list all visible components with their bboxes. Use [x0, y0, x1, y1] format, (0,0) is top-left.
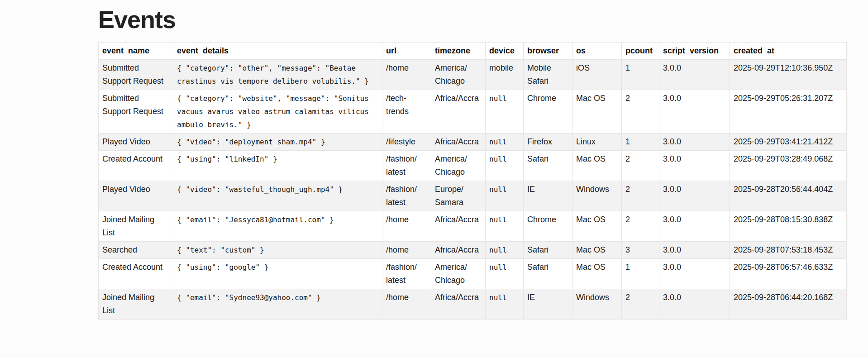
- cell-script_version: 3.0.0: [659, 60, 730, 90]
- cell-script_version: 3.0.0: [659, 259, 730, 289]
- cell-device: null: [486, 181, 524, 211]
- cell-event_details: { "video": "wasteful_though_ugh.mp4" }: [173, 181, 382, 211]
- cell-event_details: { "category": "other", "message": "Beata…: [173, 60, 382, 90]
- cell-browser: Safari: [524, 151, 572, 181]
- cell-event_name: Searched: [99, 242, 173, 259]
- cell-script_version: 3.0.0: [659, 181, 730, 211]
- events-table-body: Submitted Support Request{ "category": "…: [99, 60, 847, 320]
- cell-os: Mac OS: [572, 242, 622, 259]
- cell-url: /​tech-trends: [382, 90, 431, 134]
- cell-url: /​lifestyle: [382, 134, 431, 151]
- cell-pcount: 1: [622, 259, 659, 289]
- cell-timezone: America/​Chicago: [431, 60, 486, 90]
- cell-event_details: { "text": "custom" }: [173, 242, 382, 259]
- cell-device: null: [486, 242, 524, 259]
- cell-url: /​home: [382, 211, 431, 242]
- page-title: Events: [98, 6, 868, 33]
- cell-timezone: Africa/​Accra: [431, 134, 486, 151]
- cell-os: iOS: [572, 60, 622, 90]
- cell-script_version: 3.0.0: [659, 211, 730, 242]
- cell-device: mobile: [486, 60, 524, 90]
- cell-browser: Firefox: [524, 134, 572, 151]
- column-header-pcount: pcount: [622, 43, 659, 60]
- column-header-event_name: event_name: [99, 43, 173, 60]
- cell-url: /​home: [382, 60, 431, 90]
- cell-created_at: 2025-09-28T06:44:20.168Z: [730, 289, 847, 320]
- cell-event_name: Submitted Support Request: [99, 60, 173, 90]
- cell-timezone: America/​Chicago: [431, 259, 486, 289]
- cell-created_at: 2025-09-28T20:56:44.404Z: [730, 181, 847, 211]
- cell-timezone: Africa/​Accra: [431, 289, 486, 320]
- cell-created_at: 2025-09-29T03:28:49.068Z: [730, 151, 847, 181]
- cell-pcount: 2: [622, 211, 659, 242]
- cell-event_name: Created Account: [99, 259, 173, 289]
- cell-timezone: Africa/​Accra: [431, 211, 486, 242]
- column-header-event_details: event_details: [173, 43, 382, 60]
- cell-timezone: America/​Chicago: [431, 151, 486, 181]
- cell-created_at: 2025-09-28T07:53:18.453Z: [730, 242, 847, 259]
- cell-script_version: 3.0.0: [659, 242, 730, 259]
- cell-url: /​fashion/​latest: [382, 181, 431, 211]
- cell-pcount: 2: [622, 90, 659, 134]
- cell-created_at: 2025-09-28T08:15:30.838Z: [730, 211, 847, 242]
- cell-event_details: { "email": "Sydnee93@yahoo.com" }: [173, 289, 382, 320]
- table-row: Created Account{ "using": "google" }/​fa…: [99, 259, 847, 289]
- cell-os: Mac OS: [572, 259, 622, 289]
- cell-created_at: 2025-09-29T12:10:36.950Z: [730, 60, 847, 90]
- cell-browser: Chrome: [524, 211, 572, 242]
- cell-created_at: 2025-09-29T05:26:31.207Z: [730, 90, 847, 134]
- cell-device: null: [486, 90, 524, 134]
- cell-pcount: 2: [622, 151, 659, 181]
- cell-event_details: { "category": "website", "message": "Son…: [173, 90, 382, 134]
- cell-browser: Safari: [524, 259, 572, 289]
- column-header-script_version: script_version: [659, 43, 730, 60]
- cell-browser: Mobile Safari: [524, 60, 572, 90]
- cell-script_version: 3.0.0: [659, 289, 730, 320]
- cell-event_name: Joined Mailing List: [99, 289, 173, 320]
- cell-pcount: 3: [622, 242, 659, 259]
- cell-os: Linux: [572, 134, 622, 151]
- cell-timezone: Africa/​Accra: [431, 90, 486, 134]
- cell-browser: IE: [524, 181, 572, 211]
- cell-os: Windows: [572, 181, 622, 211]
- cell-browser: Safari: [524, 242, 572, 259]
- cell-device: null: [486, 151, 524, 181]
- cell-event_details: { "email": "Jessyca81@hotmail.com" }: [173, 211, 382, 242]
- column-header-device: device: [486, 43, 524, 60]
- cell-device: null: [486, 211, 524, 242]
- cell-browser: IE: [524, 289, 572, 320]
- cell-url: /​home: [382, 242, 431, 259]
- column-header-timezone: timezone: [431, 43, 486, 60]
- column-header-url: url: [382, 43, 431, 60]
- table-row: Searched{ "text": "custom" }/​homeAfrica…: [99, 242, 847, 259]
- cell-device: null: [486, 134, 524, 151]
- cell-url: /​fashion/​latest: [382, 259, 431, 289]
- cell-event_details: { "using": "linkedIn" }: [173, 151, 382, 181]
- cell-pcount: 2: [622, 289, 659, 320]
- cell-event_name: Joined Mailing List: [99, 211, 173, 242]
- cell-browser: Chrome: [524, 90, 572, 134]
- table-row: Submitted Support Request{ "category": "…: [99, 90, 847, 134]
- cell-os: Mac OS: [572, 211, 622, 242]
- cell-event_name: Played Video: [99, 134, 173, 151]
- cell-url: /​home: [382, 289, 431, 320]
- page: Events event_nameevent_detailsurltimezon…: [0, 0, 868, 320]
- column-header-created_at: created_at: [730, 43, 847, 60]
- cell-event_name: Played Video: [99, 181, 173, 211]
- cell-created_at: 2025-09-28T06:57:46.633Z: [730, 259, 847, 289]
- header-row: event_nameevent_detailsurltimezonedevice…: [99, 43, 847, 60]
- events-table: event_nameevent_detailsurltimezonedevice…: [98, 42, 847, 320]
- cell-pcount: 2: [622, 181, 659, 211]
- cell-event_name: Submitted Support Request: [99, 90, 173, 134]
- cell-timezone: Africa/​Accra: [431, 242, 486, 259]
- cell-script_version: 3.0.0: [659, 134, 730, 151]
- table-row: Joined Mailing List{ "email": "Sydnee93@…: [99, 289, 847, 320]
- cell-pcount: 1: [622, 60, 659, 90]
- column-header-browser: browser: [524, 43, 572, 60]
- cell-script_version: 3.0.0: [659, 151, 730, 181]
- cell-event_name: Created Account: [99, 151, 173, 181]
- cell-os: Mac OS: [572, 151, 622, 181]
- cell-timezone: Europe/​Samara: [431, 181, 486, 211]
- cell-device: null: [486, 259, 524, 289]
- cell-event_details: { "using": "google" }: [173, 259, 382, 289]
